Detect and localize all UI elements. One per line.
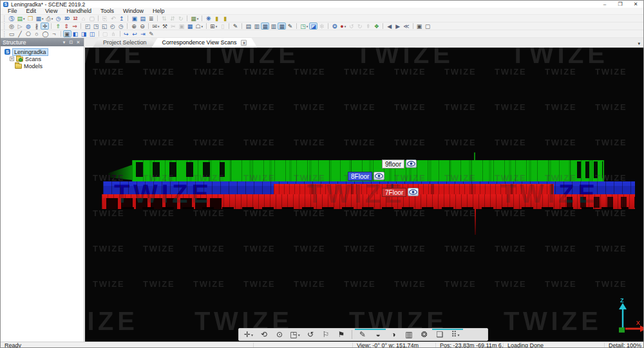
orbit-mode-button[interactable]: ⟲ bbox=[256, 329, 272, 340]
table-pen-button[interactable]: ✎ bbox=[286, 23, 294, 30]
line-select-button[interactable]: ╱ bbox=[15, 30, 24, 37]
prev-view-button[interactable]: ⚐ bbox=[318, 329, 334, 340]
job-history-button[interactable]: ◷ bbox=[54, 15, 62, 22]
contrast-view-button[interactable]: ◑ bbox=[386, 329, 401, 340]
select-inside-button[interactable]: ▣ bbox=[63, 30, 71, 37]
rotate-axis-button[interactable]: ◷ bbox=[117, 23, 125, 30]
histogram-view-button[interactable]: ▥ bbox=[401, 329, 417, 340]
maximize-view-button[interactable]: ▣ bbox=[415, 23, 424, 30]
zoom-in-button[interactable]: ⊕ bbox=[129, 23, 138, 30]
scanner-battery-2-button[interactable]: ▮ bbox=[221, 15, 229, 22]
fullscreen-view-button[interactable]: ❏ bbox=[432, 329, 448, 340]
minimize-button[interactable]: – bbox=[597, 1, 612, 8]
menu-handheld[interactable]: Handheld bbox=[62, 8, 96, 15]
print-button[interactable]: ⎙▾ bbox=[44, 15, 54, 22]
cube-solid-button[interactable]: ◪ bbox=[309, 23, 317, 30]
correspondence-view-viewport[interactable]: TWIZETWIZETWIZETWIZETWIZETWIZETWIZETWIZE… bbox=[85, 48, 643, 342]
panel-collapse-button[interactable]: ▾ bbox=[61, 40, 68, 45]
next-view-button[interactable]: ⚑ bbox=[334, 329, 349, 340]
rotate-right-button[interactable]: ◳ bbox=[91, 23, 100, 30]
menu-window[interactable]: Window bbox=[118, 8, 148, 15]
reset-view-button[interactable]: ↺ bbox=[303, 329, 318, 340]
menu-tools[interactable]: Tools bbox=[96, 8, 118, 15]
zoom-mode-button[interactable]: ⊙ bbox=[272, 329, 287, 340]
grid-layout-button[interactable]: ⊞▾ bbox=[209, 23, 218, 30]
visibility-toggle-9floor[interactable] bbox=[406, 160, 417, 168]
structure-view-button[interactable]: ▤ bbox=[138, 15, 147, 22]
menu-edit[interactable]: Edit bbox=[22, 8, 41, 15]
circle-select-button[interactable]: ○ bbox=[32, 30, 41, 37]
save-project-button[interactable]: ▦▾ bbox=[34, 15, 44, 22]
polyline-select-button[interactable]: ¬ bbox=[50, 30, 59, 37]
color-wheel-button[interactable]: ❂ bbox=[417, 329, 432, 340]
rotate-cw-button[interactable]: ◱ bbox=[100, 23, 108, 30]
render-sphere-button[interactable]: ❂ bbox=[330, 23, 339, 30]
webshare-button[interactable]: ❋ bbox=[204, 15, 213, 22]
jump-back-button[interactable]: ↩ bbox=[131, 30, 139, 37]
send-mail-button[interactable]: ✉▾ bbox=[151, 23, 160, 30]
scene-logo-button[interactable]: Ⓢ bbox=[7, 15, 15, 22]
select-subtract-button[interactable]: ◨ bbox=[80, 30, 88, 37]
table-view-5-button[interactable]: ▦ bbox=[278, 23, 286, 30]
annotate-button[interactable]: ✎ bbox=[231, 23, 240, 30]
view-3d-button[interactable]: 3D bbox=[62, 15, 71, 22]
pan-mode-button[interactable]: ✛ bbox=[41, 23, 49, 30]
pointer-mode-button[interactable]: ▷ bbox=[15, 23, 24, 30]
clipping-tool-button[interactable]: ✎ bbox=[355, 329, 370, 340]
menu-file[interactable]: File bbox=[3, 8, 22, 15]
cube-view-button[interactable]: ◳▾ bbox=[299, 23, 309, 30]
view-options-button[interactable]: ⠿▾ bbox=[448, 329, 463, 340]
step-back-button[interactable]: ◀ bbox=[385, 23, 393, 30]
toolbar-grip-handle[interactable]: ┊ bbox=[3, 15, 6, 22]
tab-close-icon[interactable]: x bbox=[241, 40, 247, 46]
step-forward-button[interactable]: ▶ bbox=[393, 23, 402, 30]
jump-to-button[interactable]: ↪ bbox=[122, 30, 131, 37]
table-view-1-button[interactable]: ▤ bbox=[244, 23, 252, 30]
pin-marker-button[interactable]: ☖▾ bbox=[194, 23, 204, 30]
table-view-3-button[interactable]: ▦ bbox=[261, 23, 269, 30]
tab-list-chevron-icon[interactable]: ▾ bbox=[638, 41, 640, 46]
zoom-fit-button[interactable]: ⊖ bbox=[138, 23, 146, 30]
tree-item-scans[interactable]: +Scans bbox=[10, 55, 82, 62]
view-cube-button[interactable]: ◳▾ bbox=[287, 329, 303, 340]
restore-button[interactable]: ❐ bbox=[612, 1, 628, 8]
table-view-2-button[interactable]: ▥ bbox=[252, 23, 261, 30]
scanner-battery-1-button[interactable]: ▮ bbox=[213, 15, 221, 22]
tree-expander-icon[interactable]: + bbox=[10, 57, 14, 61]
tree-item-models[interactable]: Models bbox=[15, 62, 82, 69]
vr-view-button[interactable]: ◒ bbox=[370, 329, 386, 340]
photo-overlay-button[interactable]: ▦ bbox=[185, 23, 194, 30]
panel-pin-button[interactable]: ⊡ bbox=[68, 40, 75, 45]
share-nodes-button[interactable]: ❖ bbox=[372, 23, 381, 30]
toolbar-grip-handle[interactable]: ┊ bbox=[3, 23, 6, 30]
push-scan-button[interactable]: ⇒ bbox=[70, 23, 79, 30]
toolbar-grip-handle[interactable]: ┊ bbox=[3, 31, 6, 37]
table-view-4-button[interactable]: ▥ bbox=[269, 23, 278, 30]
pick-pen-button[interactable]: ✎ bbox=[147, 30, 156, 37]
scan-band-7floor[interactable] bbox=[102, 194, 635, 209]
jump-end-button[interactable]: ⇥ bbox=[139, 30, 147, 37]
close-button[interactable]: ✕ bbox=[628, 1, 643, 8]
measure-button[interactable]: ∦ bbox=[32, 23, 41, 30]
step-first-button[interactable]: ≪ bbox=[402, 23, 410, 30]
world-view-button[interactable]: ◍ bbox=[24, 23, 32, 30]
menu-help[interactable]: Help bbox=[148, 8, 169, 15]
select-mode-button[interactable]: ◎ bbox=[7, 23, 15, 30]
tab-project-selection[interactable]: Project Selection bbox=[93, 38, 157, 48]
place-scan-button[interactable]: ⇑ bbox=[53, 23, 62, 30]
rotate-left-button[interactable]: ◰ bbox=[83, 23, 91, 30]
snapshot-button[interactable]: ▦▾ bbox=[189, 15, 200, 22]
view-planar-button[interactable]: 12 bbox=[71, 15, 79, 22]
list-view-button[interactable]: ≣ bbox=[147, 15, 155, 22]
polygon-select-button[interactable]: ⎔ bbox=[24, 30, 32, 37]
panel-close-button[interactable]: ✕ bbox=[75, 40, 82, 45]
rect-select-button[interactable]: ▭ bbox=[7, 30, 15, 37]
open-project-button[interactable]: ❒ bbox=[26, 15, 34, 22]
rotate-free-button[interactable]: ◴ bbox=[108, 23, 117, 30]
tree-item-leningradka[interactable]: SLeningradka bbox=[5, 48, 82, 55]
select-add-button[interactable]: ◧ bbox=[71, 30, 80, 37]
visibility-toggle-7floor[interactable] bbox=[408, 188, 419, 196]
walk-mode-button[interactable]: ✛▾ bbox=[241, 329, 256, 340]
new-project-button[interactable]: ▤▾ bbox=[15, 15, 26, 22]
select-intersect-button[interactable]: ◫ bbox=[88, 30, 97, 37]
